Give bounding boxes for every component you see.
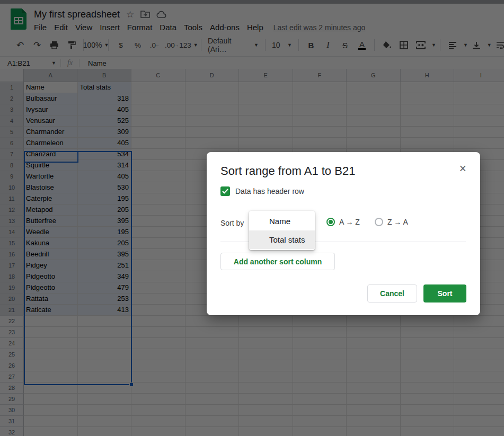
sort-column-dropdown-menu: NameTotal stats [249, 211, 315, 250]
dropdown-option-name[interactable]: Name [249, 212, 315, 230]
header-row-checkbox-label[interactable]: Data has header row [235, 187, 304, 195]
close-icon[interactable]: × [459, 163, 466, 175]
header-row-option[interactable]: Data has header row [220, 186, 304, 196]
descending-radio[interactable] [375, 218, 383, 226]
sort-direction-group: A → Z Z → A [326, 218, 408, 226]
ascending-label[interactable]: A → Z [339, 218, 360, 226]
ascending-radio[interactable] [326, 218, 335, 226]
sort-button[interactable]: Sort [423, 284, 466, 302]
sort-range-dialog: Sort range from A1 to B21 × Data has hea… [207, 152, 480, 315]
checkbox-checked-icon[interactable] [220, 186, 230, 196]
google-sheets-app: My first spreadsheet ☆ FileEditViewInser… [0, 0, 504, 436]
sort-by-label: Sort by [220, 219, 244, 227]
dialog-title: Sort range from A1 to B21 [220, 164, 355, 178]
add-sort-column-button[interactable]: Add another sort column [220, 253, 335, 270]
cancel-button[interactable]: Cancel [367, 284, 417, 302]
dropdown-option-total-stats[interactable]: Total stats [249, 230, 315, 249]
descending-label[interactable]: Z → A [387, 218, 408, 226]
